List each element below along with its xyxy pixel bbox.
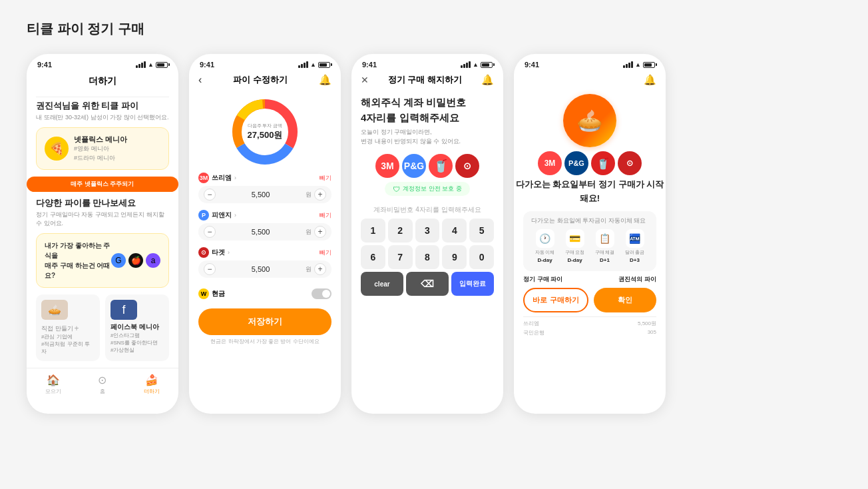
- s3-secure-text: 계정정보 안전 보호 중: [403, 185, 462, 193]
- s2-stock-3m: 3M 쓰리엠 › 빼기 − 5,500 원 +: [198, 173, 331, 203]
- s4-settle-icon: 📋: [596, 229, 614, 248]
- s2-stock-list: 3M 쓰리엠 › 빼기 − 5,500 원 + P: [189, 173, 341, 278]
- screen-3: 9:41 ▲ ✕ 정기 구매 해지하기 🔔 해외주식 계좌 비밀번호4자리를 입…: [351, 54, 503, 414]
- s3-close-btn[interactable]: ✕: [361, 75, 369, 85]
- s2-save-btn[interactable]: 저장하기: [198, 308, 331, 335]
- s1-nav-main[interactable]: ⊙ 홈: [98, 374, 107, 395]
- s1-grid-name-2: 페이스북 메니아: [110, 322, 159, 332]
- s3-num-4[interactable]: 4: [442, 219, 467, 243]
- s2-stock-pg-name: 피앤지: [212, 211, 232, 220]
- status-bar-2: 9:41 ▲: [189, 54, 341, 71]
- s2-plus-target[interactable]: +: [314, 263, 326, 275]
- s3-numpad-row-1: 1 2 3 4 5: [361, 219, 494, 243]
- s1-nav-home[interactable]: 🏠 모으기: [45, 374, 61, 395]
- s2-del-3m[interactable]: 빼기: [320, 174, 331, 183]
- s1-grid-img-1: 🥧: [41, 300, 68, 320]
- s2-plus-pg[interactable]: +: [314, 226, 326, 238]
- s2-unit-pg: 원: [306, 228, 312, 237]
- s4-info-auto: 🕐 자동 이체 D-day: [531, 229, 558, 263]
- s4-bottom-label1: 쓰리엠: [523, 320, 539, 327]
- s2-amount-target: 5,500: [218, 265, 303, 273]
- status-icons-3: ▲: [461, 61, 493, 68]
- s3-num-9[interactable]: 9: [442, 245, 467, 269]
- s1-grid-img-2: f: [110, 300, 137, 320]
- s4-info-withdraw: 🏧 달러 출금 D+3: [621, 229, 648, 263]
- s2-logo-3m: 3M: [198, 173, 209, 183]
- s1-grid-item-2[interactable]: f 페이스북 메니아 #인스타그램#SNS를 좋아한다면#가상현실: [105, 294, 169, 361]
- s2-donut-wrap: 다음주 투자 금액 27,500원: [189, 95, 341, 169]
- s2-del-pg[interactable]: 빼기: [320, 211, 331, 220]
- battery-icon-1: [156, 62, 168, 68]
- home-icon: 🏠: [47, 374, 60, 386]
- s2-minus-pg[interactable]: −: [204, 226, 216, 238]
- s3-header: ✕ 정기 구매 해지하기 🔔: [351, 71, 503, 89]
- battery-icon-2: [318, 62, 330, 68]
- wifi-icon-1: ▲: [148, 61, 154, 68]
- battery-icon-4: [643, 62, 655, 68]
- s2-stock-target-name: 타겟: [212, 248, 225, 257]
- s4-confirm-btn[interactable]: 확인: [594, 288, 656, 312]
- s4-pie-section: 정기 구매 파이 권진석의 파이: [514, 275, 666, 284]
- wifi-icon-2: ▲: [310, 61, 316, 68]
- s3-num-1[interactable]: 1: [361, 219, 385, 243]
- s2-del-target[interactable]: 빼기: [320, 248, 331, 257]
- s2-title: 파이 수정하기: [233, 74, 288, 86]
- s4-account-name: 국민은행: [523, 329, 544, 336]
- s3-num-7[interactable]: 7: [388, 245, 413, 269]
- s2-minus-3m[interactable]: −: [204, 189, 216, 201]
- s3-num-6[interactable]: 6: [361, 245, 385, 269]
- s3-del-btn[interactable]: ⌫: [406, 272, 449, 296]
- s4-withdraw-icon: 🏧: [626, 229, 644, 248]
- s3-num-8[interactable]: 8: [415, 245, 440, 269]
- s3-clear-btn[interactable]: clear: [361, 272, 403, 296]
- s2-stock-pg: P 피앤지 › 빼기 − 5,500 원 +: [198, 210, 331, 241]
- apple-icon: 🍎: [128, 253, 143, 268]
- s4-bottom-info: 쓰리엠 5,500원: [514, 320, 666, 327]
- s2-header: ‹ 파이 수정하기 🔔: [189, 71, 341, 89]
- status-icons-4: ▲: [623, 61, 655, 68]
- status-icons-2: ▲: [298, 61, 330, 68]
- s4-pie-user: 권진석의 파이: [618, 275, 656, 284]
- s2-donut: 다음주 투자 금액 27,500원: [228, 95, 302, 169]
- s3-input-label: 계좌비밀번호 4자리를 입력해주세요: [351, 205, 503, 215]
- s3-num-0[interactable]: 0: [469, 245, 494, 269]
- s4-buy-btn[interactable]: 바로 구매하기: [523, 288, 588, 312]
- s1-netflix-btn[interactable]: 매주 넷플릭스 주주되기: [27, 177, 178, 192]
- s4-auto-icon: 🕐: [536, 229, 554, 248]
- main-icon: ⊙: [98, 374, 107, 386]
- s2-save-note: 현금은 하락장에서 가장 좋은 방어 수단이에요: [189, 338, 341, 345]
- s2-logo-target: ⊙: [198, 247, 209, 258]
- s2-back-btn[interactable]: ‹: [198, 74, 202, 86]
- google-icon: G: [111, 253, 126, 268]
- s1-nav-add[interactable]: 🍰 더하기: [144, 374, 160, 395]
- s2-cash-toggle[interactable]: [312, 288, 331, 299]
- s1-promo-card[interactable]: 내가 가장 좋아하는 주식을매주 구매 하는건 어때요? G 🍎 a: [36, 233, 169, 288]
- s2-cash-label: 현금: [212, 289, 225, 298]
- battery-icon-3: [481, 62, 493, 68]
- s1-pizza-icon: 🍕: [45, 137, 69, 161]
- s2-stock-target: ⊙ 타겟 › 빼기 − 5,500 원 +: [198, 247, 331, 278]
- wifi-icon-4: ▲: [635, 61, 641, 68]
- time-3: 9:41: [362, 61, 377, 69]
- s1-grid-item-1[interactable]: 🥧 직접 만들기 + #관심 기업에#적금처럼 꾸준히 투자: [36, 294, 100, 361]
- s2-minus-target[interactable]: −: [204, 263, 216, 275]
- s3-num-5[interactable]: 5: [469, 219, 494, 243]
- s3-num-3[interactable]: 3: [415, 219, 440, 243]
- s4-info-request: 💳 구매 요청 D-day: [561, 229, 588, 263]
- s2-plus-3m[interactable]: +: [314, 189, 326, 201]
- s3-num-2[interactable]: 2: [388, 219, 413, 243]
- wifi-icon-3: ▲: [473, 61, 479, 68]
- s1-section1-sub: 내 또래(만 30-32세) 남성이 가장 많이 선택했어요.: [27, 113, 178, 122]
- amazon-icon: a: [146, 253, 160, 268]
- s1-card-tags: #영화 메니아#드라마 메니아: [74, 145, 160, 163]
- s1-section2-title: 다양한 파이를 만나보세요: [27, 197, 178, 209]
- s4-pie-circle: 🥧: [563, 94, 616, 147]
- status-icons-1: ▲: [136, 61, 168, 68]
- s3-sub: 오늘이 정기 구매일이라면,변경 내용이 반영되지 않을 수 있어요.: [351, 128, 503, 146]
- s4-logo-target: ⊙: [618, 151, 642, 175]
- s4-bottom-val1: 5,500원: [638, 320, 656, 327]
- s4-info-title: 다가오는 화요일에 투자금이 자동이체 돼요: [531, 217, 648, 225]
- page-title: 티클 파이 정기 구매: [27, 20, 841, 38]
- screen-2: 9:41 ▲ ‹ 파이 수정하기 🔔: [189, 54, 341, 414]
- s3-confirm-btn[interactable]: 입력완료: [451, 272, 494, 296]
